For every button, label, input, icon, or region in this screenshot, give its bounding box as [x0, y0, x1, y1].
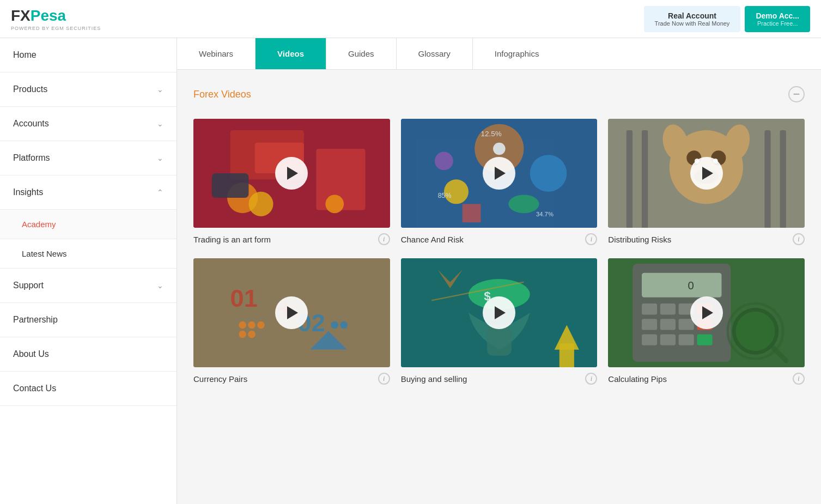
play-icon-6[interactable]	[690, 296, 723, 329]
svg-rect-49	[486, 325, 511, 356]
svg-text:01: 01	[230, 284, 258, 312]
video-card-1[interactable]: Trading is an art form i	[193, 119, 390, 247]
svg-point-7	[325, 195, 344, 213]
video-thumbnail-3[interactable]	[608, 119, 805, 228]
svg-text:0: 0	[688, 280, 694, 292]
sidebar-item-platforms[interactable]: Platforms ⌄	[0, 141, 177, 175]
chevron-down-icon: ⌄	[157, 281, 163, 290]
video-card-5[interactable]: $ Buying and selling	[401, 258, 598, 387]
logo-pesa: Pesa	[31, 7, 66, 24]
video-card-6[interactable]: 0	[608, 258, 805, 387]
video-title-6: Calculating Pips	[608, 374, 667, 384]
info-icon-3[interactable]: i	[793, 233, 805, 245]
info-icon-6[interactable]: i	[793, 373, 805, 385]
video-thumbnail-5[interactable]: $	[401, 258, 598, 367]
video-info-5: Buying and selling i	[401, 367, 598, 387]
demo-account-button[interactable]: Demo Acc... Practice Free...	[745, 6, 810, 32]
chevron-down-icon: ⌄	[157, 85, 163, 94]
video-thumbnail-2[interactable]: 12.5% 85% 34.7%	[401, 119, 598, 228]
svg-point-42	[331, 321, 338, 329]
sidebar-sub-item-latest-news[interactable]: Latest News	[0, 239, 177, 269]
svg-rect-57	[660, 303, 676, 314]
tab-webinars[interactable]: Webinars	[177, 38, 256, 69]
svg-text:85%: 85%	[437, 192, 451, 199]
layout: Home Products ⌄ Accounts ⌄ Platforms ⌄ I…	[0, 38, 821, 504]
svg-rect-48	[559, 343, 574, 367]
svg-rect-56	[642, 303, 657, 314]
video-info-2: Chance And Risk i	[401, 228, 598, 247]
info-icon-2[interactable]: i	[585, 233, 597, 245]
section-header: Forex Videos −	[193, 81, 805, 108]
video-thumbnail-1[interactable]	[193, 119, 390, 228]
svg-rect-14	[462, 204, 481, 222]
play-icon-2[interactable]	[483, 157, 515, 190]
sidebar-item-support[interactable]: Support ⌄	[0, 269, 177, 303]
logo-text: FXPesa	[11, 7, 101, 25]
svg-rect-61	[660, 319, 676, 330]
real-account-title: Real Account	[655, 11, 730, 20]
svg-point-36	[239, 321, 246, 329]
svg-point-43	[340, 321, 348, 329]
sidebar-item-accounts[interactable]: Accounts ⌄	[0, 107, 177, 141]
svg-text:12.5%: 12.5%	[481, 130, 501, 138]
video-info-4: Currency Pairs i	[193, 367, 390, 387]
svg-point-15	[435, 152, 453, 171]
video-card-2[interactable]: 12.5% 85% 34.7% Chance And Risk i	[401, 119, 598, 247]
svg-point-39	[239, 331, 246, 338]
play-icon-5[interactable]	[483, 296, 515, 329]
video-grid: Trading is an art form i	[193, 119, 805, 387]
svg-rect-27	[642, 130, 648, 228]
svg-point-13	[508, 195, 539, 213]
video-info-6: Calculating Pips i	[608, 367, 805, 387]
tab-videos[interactable]: Videos	[256, 38, 326, 69]
sidebar-item-home[interactable]: Home	[0, 38, 177, 72]
tab-glossary[interactable]: Glossary	[397, 38, 473, 69]
svg-point-37	[248, 321, 256, 329]
svg-rect-66	[679, 334, 694, 345]
play-icon-4[interactable]	[275, 296, 308, 329]
svg-rect-67	[697, 334, 713, 345]
video-info-3: Distributing Risks i	[608, 228, 805, 247]
chevron-up-icon: ⌃	[157, 188, 163, 197]
svg-point-10	[493, 143, 506, 155]
sidebar-item-products[interactable]: Products ⌄	[0, 72, 177, 107]
svg-point-38	[257, 321, 265, 329]
sidebar: Home Products ⌄ Accounts ⌄ Platforms ⌄ I…	[0, 38, 177, 504]
info-icon-4[interactable]: i	[378, 373, 390, 385]
main-content: Webinars Videos Guides Glossary Infograp…	[177, 38, 821, 504]
real-account-button[interactable]: Real Account Trade Now with Real Money	[644, 6, 741, 32]
chevron-down-icon: ⌄	[157, 119, 163, 128]
collapse-button[interactable]: −	[788, 86, 805, 102]
logo-sub: POWERED BY EGM SECURITIES	[11, 26, 101, 31]
video-card-4[interactable]: 01 + 02	[193, 258, 390, 387]
demo-account-sub: Practice Free...	[756, 20, 799, 27]
demo-account-title: Demo Acc...	[756, 11, 799, 20]
video-thumbnail-6[interactable]: 0	[608, 258, 805, 367]
video-title-2: Chance And Risk	[401, 235, 464, 244]
svg-point-70	[736, 312, 775, 351]
video-title-3: Distributing Risks	[608, 235, 671, 244]
real-account-sub: Trade Now with Real Money	[655, 20, 730, 27]
tab-guides[interactable]: Guides	[326, 38, 397, 69]
svg-rect-64	[642, 334, 657, 345]
svg-text:34.7%: 34.7%	[536, 211, 554, 217]
sidebar-sub-item-academy[interactable]: Academy	[0, 210, 177, 239]
svg-rect-28	[765, 130, 771, 228]
sidebar-item-partnership[interactable]: Partnership	[0, 303, 177, 337]
sidebar-item-insights[interactable]: Insights ⌃	[0, 175, 177, 210]
video-card-3[interactable]: Distributing Risks i	[608, 119, 805, 247]
svg-point-11	[530, 155, 567, 192]
play-icon-1[interactable]	[275, 157, 308, 190]
video-title-1: Trading is an art form	[193, 235, 271, 244]
info-icon-5[interactable]: i	[585, 373, 597, 385]
logo: FXPesa POWERED BY EGM SECURITIES	[11, 7, 101, 31]
video-info-1: Trading is an art form i	[193, 228, 390, 247]
content-area: Forex Videos −	[177, 70, 821, 398]
video-thumbnail-4[interactable]: 01 + 02	[193, 258, 390, 367]
info-icon-1[interactable]: i	[378, 233, 390, 245]
sidebar-item-contact[interactable]: Contact Us	[0, 372, 177, 406]
sidebar-item-about[interactable]: About Us	[0, 337, 177, 372]
play-icon-3[interactable]	[690, 157, 723, 190]
tab-infographics[interactable]: Infographics	[473, 38, 561, 69]
section-title: Forex Videos	[193, 89, 251, 100]
